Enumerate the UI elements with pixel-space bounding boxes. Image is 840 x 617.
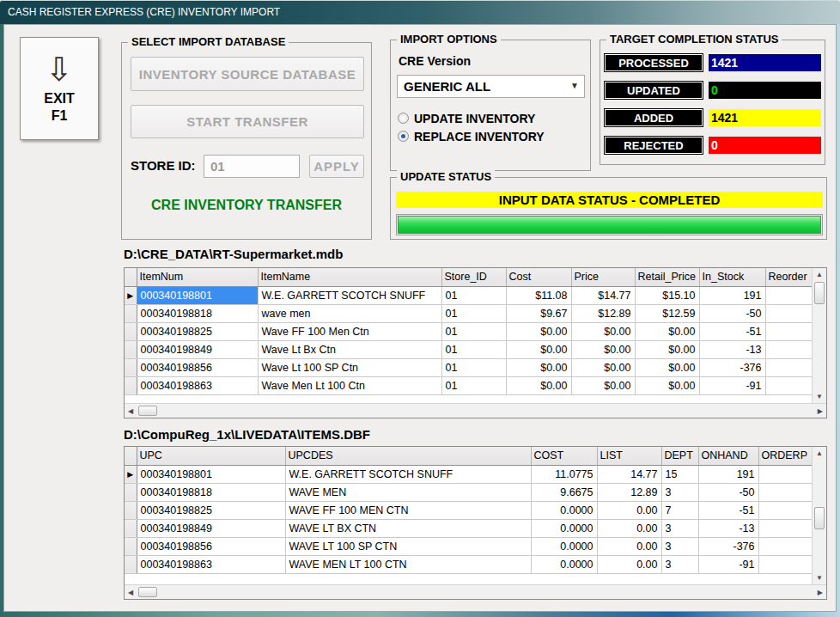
cell[interactable]: $0.00 [571, 358, 635, 376]
column-header-retail_price[interactable]: Retail_Price [635, 268, 699, 286]
cell[interactable]: $0.00 [571, 322, 635, 340]
cell[interactable]: 01 [441, 340, 506, 358]
table-row[interactable]: 000340198856Wave Lt 100 SP Ctn01$0.00$0.… [125, 358, 813, 376]
cell[interactable] [758, 555, 813, 573]
cell[interactable]: -13 [699, 340, 765, 358]
column-header-upc[interactable]: UPC [137, 447, 285, 465]
cell[interactable]: 01 [441, 322, 506, 340]
cell[interactable]: 191 [698, 465, 758, 483]
cell[interactable]: 0.00 [597, 501, 661, 519]
cell[interactable]: 000340198863 [137, 376, 258, 394]
table-row[interactable]: ▶000340198801W.E. GARRETT SCOTCH SNUFF11… [125, 465, 813, 483]
radio-replace-inventory[interactable]: REPLACE INVENTORY [398, 127, 587, 145]
cell[interactable]: $0.00 [635, 340, 699, 358]
scroll-down-icon[interactable]: ▼ [816, 393, 823, 400]
cell[interactable]: $0.00 [506, 376, 571, 394]
cell[interactable]: 0.00 [597, 555, 661, 573]
cell[interactable]: 000340198849 [137, 340, 258, 358]
cell[interactable]: 191 [699, 286, 765, 304]
cell[interactable]: 000340198856 [137, 358, 258, 376]
cell[interactable]: $0.00 [506, 322, 571, 340]
cell[interactable]: WAVE FF 100 MEN CTN [285, 501, 531, 519]
cell[interactable]: 14.77 [597, 465, 661, 483]
cell[interactable]: 0.00 [597, 537, 661, 555]
source-table-vscrollbar[interactable]: ▲ ▼ [812, 268, 826, 403]
cell[interactable]: 000340198825 [137, 501, 285, 519]
cell[interactable]: $0.00 [571, 376, 635, 394]
source-table-hscrollbar[interactable]: ◀ ▶ [125, 403, 826, 418]
cell[interactable]: 0.00 [597, 519, 661, 537]
cell[interactable]: 7 [661, 501, 698, 519]
table-row[interactable]: ▶000340198801W.E. GARRETT SCOTCH SNUFF01… [125, 286, 813, 304]
cell[interactable]: wave men [258, 304, 441, 322]
cell[interactable] [765, 304, 813, 322]
cell[interactable] [758, 483, 813, 501]
column-header-reorder[interactable]: Reorder [765, 268, 813, 286]
cell[interactable]: $0.00 [635, 322, 699, 340]
radio-icon[interactable] [398, 131, 409, 142]
column-header-list[interactable]: LIST [597, 447, 661, 465]
column-header-cost[interactable]: COST [531, 447, 597, 465]
scroll-left-icon[interactable]: ◀ [128, 589, 133, 596]
column-header-in_stock[interactable]: In_Stock [699, 268, 765, 286]
cell[interactable]: 3 [661, 519, 698, 537]
table-row[interactable]: 000340198849WAVE LT BX CTN0.00000.003-13 [125, 519, 813, 537]
store-id-input[interactable] [204, 155, 300, 178]
cell[interactable]: Wave Lt Bx Ctn [258, 340, 441, 358]
cell[interactable] [765, 358, 813, 376]
start-transfer-button[interactable]: START TRANSFER [131, 105, 364, 138]
dbf-table-vscrollbar[interactable]: ▲ ▼ [812, 447, 826, 584]
scroll-left-icon[interactable]: ◀ [128, 407, 133, 415]
cell[interactable] [758, 519, 813, 537]
column-header-upcdes[interactable]: UPCDES [285, 447, 531, 465]
cell[interactable]: -50 [699, 304, 765, 322]
cell[interactable]: W.E. GARRETT SCOTCH SNUFF [285, 465, 531, 483]
cell[interactable] [765, 286, 813, 304]
column-header-itemnum[interactable]: ItemNum [137, 268, 258, 286]
column-header-store_id[interactable]: Store_ID [441, 268, 506, 286]
window-titlebar[interactable]: CASH REGISTER EXPRESS (CRE) INVENTORY IM… [0, 0, 840, 24]
cell[interactable]: 01 [441, 358, 506, 376]
cell[interactable]: WAVE MEN [285, 483, 531, 501]
cell[interactable]: 15 [661, 465, 698, 483]
current-row-marker[interactable]: ▶ [125, 465, 137, 483]
cell[interactable]: $15.10 [635, 286, 699, 304]
cell[interactable]: $12.89 [571, 304, 635, 322]
row-header[interactable] [125, 519, 137, 537]
row-header[interactable] [125, 555, 137, 573]
cell[interactable]: 3 [661, 483, 698, 501]
scroll-up-icon[interactable]: ▲ [816, 271, 823, 278]
cell[interactable]: 000340198856 [137, 537, 285, 555]
table-row[interactable]: 000340198825Wave FF 100 Men Ctn01$0.00$0… [125, 322, 813, 340]
cell[interactable]: 000340198801 [137, 286, 258, 304]
cell[interactable] [758, 501, 813, 519]
cell[interactable]: -376 [699, 358, 765, 376]
current-row-marker[interactable]: ▶ [125, 286, 137, 304]
cell[interactable]: 000340198801 [137, 465, 285, 483]
row-header[interactable] [125, 358, 137, 376]
table-row[interactable]: 000340198863Wave Men Lt 100 Ctn01$0.00$0… [125, 376, 813, 394]
cell[interactable]: 0.0000 [531, 519, 597, 537]
cell[interactable]: $14.77 [571, 286, 635, 304]
table-row[interactable]: 000340198825WAVE FF 100 MEN CTN0.00000.0… [125, 501, 813, 519]
cell[interactable]: -376 [698, 537, 758, 555]
cell[interactable]: -51 [698, 501, 758, 519]
table-row[interactable]: 000340198818wave men01$9.67$12.89$12.59-… [125, 304, 813, 322]
dbf-table-hscrollbar[interactable]: ◀ ▶ [125, 584, 826, 599]
cell[interactable]: 000340198849 [137, 519, 285, 537]
cell[interactable]: W.E. GARRETT SCOTCH SNUFF [258, 286, 441, 304]
cell[interactable]: 3 [661, 537, 698, 555]
hscroll-thumb[interactable] [138, 587, 157, 597]
table-row[interactable]: 000340198818WAVE MEN9.667512.893-50 [125, 483, 813, 501]
cell[interactable]: -91 [698, 555, 758, 573]
hscroll-thumb[interactable] [138, 406, 157, 416]
cell[interactable]: $11.08 [506, 286, 571, 304]
cell[interactable]: 12.89 [597, 483, 661, 501]
row-header[interactable] [125, 322, 137, 340]
cre-version-dropdown[interactable]: GENERIC ALL ▼ [397, 75, 585, 98]
cell[interactable]: Wave FF 100 Men Ctn [258, 322, 441, 340]
cell[interactable] [758, 465, 813, 483]
column-header-itemname[interactable]: ItemName [258, 268, 441, 286]
cell[interactable]: $9.67 [506, 304, 571, 322]
cell[interactable]: 000340198863 [137, 555, 285, 573]
